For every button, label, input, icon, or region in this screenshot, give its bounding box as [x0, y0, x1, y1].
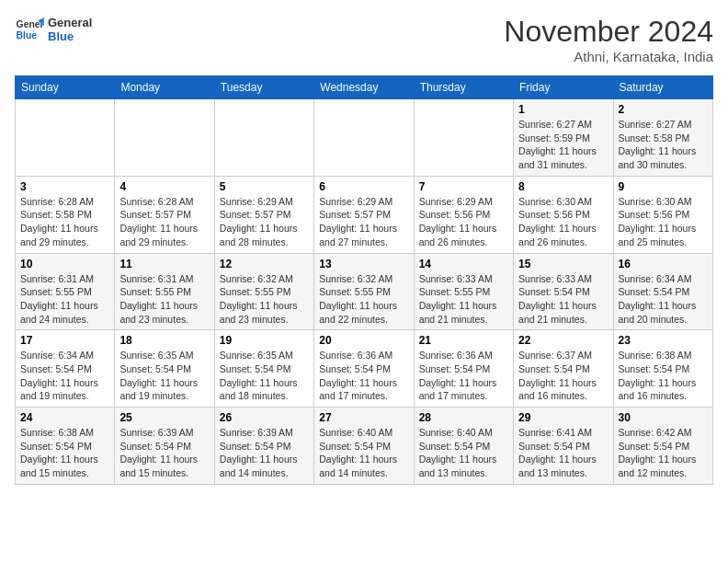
calendar-cell: 25Sunrise: 6:39 AMSunset: 5:54 PMDayligh…	[115, 408, 214, 485]
day-number: 13	[319, 258, 408, 270]
day-number: 30	[619, 411, 708, 424]
day-info: Sunrise: 6:38 AMSunset: 5:54 PMDaylight:…	[619, 349, 708, 403]
logo-line2: Blue	[48, 29, 92, 43]
calendar-cell: 21Sunrise: 6:36 AMSunset: 5:54 PMDayligh…	[414, 330, 513, 408]
day-number: 4	[119, 180, 209, 193]
day-info: Sunrise: 6:30 AMSunset: 5:56 PMDaylight:…	[518, 195, 608, 249]
calendar-cell: 3Sunrise: 6:28 AMSunset: 5:58 PMDaylight…	[16, 176, 115, 253]
logo-line1: General	[48, 16, 92, 29]
day-info: Sunrise: 6:42 AMSunset: 5:54 PMDaylight:…	[619, 426, 708, 480]
day-number: 25	[119, 411, 209, 424]
logo-icon: General Blue	[15, 15, 44, 44]
day-number: 28	[419, 411, 508, 424]
calendar-cell: 2Sunrise: 6:27 AMSunset: 5:58 PMDaylight…	[613, 99, 712, 177]
weekday-monday: Monday	[115, 76, 214, 99]
calendar-cell: 17Sunrise: 6:34 AMSunset: 5:54 PMDayligh…	[16, 330, 115, 408]
day-number: 16	[619, 258, 708, 270]
day-number: 29	[518, 411, 608, 424]
day-info: Sunrise: 6:27 AMSunset: 5:58 PMDaylight:…	[619, 118, 708, 172]
day-info: Sunrise: 6:38 AMSunset: 5:54 PMDaylight:…	[20, 426, 109, 480]
calendar-cell: 8Sunrise: 6:30 AMSunset: 5:56 PMDaylight…	[514, 176, 613, 253]
day-number: 23	[619, 334, 708, 347]
calendar-cell	[115, 99, 214, 177]
weekday-tuesday: Tuesday	[214, 76, 313, 99]
calendar-cell: 28Sunrise: 6:40 AMSunset: 5:54 PMDayligh…	[414, 408, 513, 485]
day-info: Sunrise: 6:30 AMSunset: 5:56 PMDaylight:…	[619, 195, 708, 249]
day-info: Sunrise: 6:39 AMSunset: 5:54 PMDaylight:…	[119, 426, 209, 480]
calendar-table: SundayMondayTuesdayWednesdayThursdayFrid…	[15, 75, 713, 485]
calendar-cell: 20Sunrise: 6:36 AMSunset: 5:54 PMDayligh…	[314, 330, 414, 408]
calendar-cell	[414, 99, 513, 177]
calendar-cell: 16Sunrise: 6:34 AMSunset: 5:54 PMDayligh…	[613, 253, 712, 330]
day-info: Sunrise: 6:31 AMSunset: 5:55 PMDaylight:…	[20, 272, 109, 327]
week-row-5: 24Sunrise: 6:38 AMSunset: 5:54 PMDayligh…	[16, 408, 713, 485]
day-info: Sunrise: 6:29 AMSunset: 5:57 PMDaylight:…	[319, 195, 408, 249]
day-info: Sunrise: 6:37 AMSunset: 5:54 PMDaylight:…	[518, 349, 608, 403]
weekday-header-row: SundayMondayTuesdayWednesdayThursdayFrid…	[16, 76, 713, 99]
day-info: Sunrise: 6:39 AMSunset: 5:54 PMDaylight:…	[220, 426, 309, 480]
day-number: 20	[319, 334, 408, 347]
day-number: 7	[419, 180, 508, 193]
day-number: 19	[220, 334, 309, 347]
calendar-cell	[314, 99, 414, 177]
day-info: Sunrise: 6:33 AMSunset: 5:55 PMDaylight:…	[419, 272, 508, 327]
calendar-cell: 26Sunrise: 6:39 AMSunset: 5:54 PMDayligh…	[214, 408, 313, 485]
day-info: Sunrise: 6:36 AMSunset: 5:54 PMDaylight:…	[319, 349, 408, 403]
day-number: 21	[419, 334, 508, 347]
calendar-cell: 30Sunrise: 6:42 AMSunset: 5:54 PMDayligh…	[613, 408, 712, 485]
day-info: Sunrise: 6:31 AMSunset: 5:55 PMDaylight:…	[119, 272, 209, 327]
week-row-4: 17Sunrise: 6:34 AMSunset: 5:54 PMDayligh…	[16, 330, 713, 408]
day-info: Sunrise: 6:29 AMSunset: 5:57 PMDaylight:…	[220, 195, 309, 249]
day-info: Sunrise: 6:35 AMSunset: 5:54 PMDaylight:…	[220, 349, 309, 403]
day-number: 2	[619, 103, 708, 116]
weekday-wednesday: Wednesday	[314, 76, 414, 99]
day-info: Sunrise: 6:28 AMSunset: 5:57 PMDaylight:…	[119, 195, 209, 249]
calendar-cell: 9Sunrise: 6:30 AMSunset: 5:56 PMDaylight…	[613, 176, 712, 253]
day-number: 18	[119, 334, 209, 347]
calendar-cell: 7Sunrise: 6:29 AMSunset: 5:56 PMDaylight…	[414, 176, 513, 253]
day-info: Sunrise: 6:32 AMSunset: 5:55 PMDaylight:…	[319, 272, 408, 327]
weekday-sunday: Sunday	[16, 76, 115, 99]
day-info: Sunrise: 6:29 AMSunset: 5:56 PMDaylight:…	[419, 195, 508, 249]
day-number: 14	[419, 258, 508, 270]
day-info: Sunrise: 6:34 AMSunset: 5:54 PMDaylight:…	[619, 272, 708, 327]
day-number: 5	[220, 180, 309, 193]
weekday-friday: Friday	[514, 76, 613, 99]
day-number: 3	[20, 180, 109, 193]
day-number: 1	[518, 103, 608, 116]
calendar-cell: 18Sunrise: 6:35 AMSunset: 5:54 PMDayligh…	[115, 330, 214, 408]
day-number: 26	[220, 411, 309, 424]
day-info: Sunrise: 6:28 AMSunset: 5:58 PMDaylight:…	[20, 195, 109, 249]
calendar-cell: 10Sunrise: 6:31 AMSunset: 5:55 PMDayligh…	[16, 253, 115, 330]
day-number: 15	[518, 258, 608, 270]
week-row-2: 3Sunrise: 6:28 AMSunset: 5:58 PMDaylight…	[16, 176, 713, 253]
day-number: 27	[319, 411, 408, 424]
calendar-cell: 29Sunrise: 6:41 AMSunset: 5:54 PMDayligh…	[514, 408, 613, 485]
calendar-cell: 22Sunrise: 6:37 AMSunset: 5:54 PMDayligh…	[514, 330, 613, 408]
location-subtitle: Athni, Karnataka, India	[504, 49, 713, 64]
calendar-cell: 19Sunrise: 6:35 AMSunset: 5:54 PMDayligh…	[214, 330, 313, 408]
day-number: 10	[20, 258, 109, 270]
weekday-thursday: Thursday	[414, 76, 513, 99]
calendar-cell: 6Sunrise: 6:29 AMSunset: 5:57 PMDaylight…	[314, 176, 414, 253]
day-info: Sunrise: 6:35 AMSunset: 5:54 PMDaylight:…	[119, 349, 209, 403]
day-number: 9	[619, 180, 708, 193]
calendar-cell: 11Sunrise: 6:31 AMSunset: 5:55 PMDayligh…	[115, 253, 214, 330]
weekday-saturday: Saturday	[613, 76, 712, 99]
calendar-cell	[214, 99, 313, 177]
calendar-cell: 23Sunrise: 6:38 AMSunset: 5:54 PMDayligh…	[613, 330, 712, 408]
day-number: 17	[20, 334, 109, 347]
calendar-cell: 14Sunrise: 6:33 AMSunset: 5:55 PMDayligh…	[414, 253, 513, 330]
day-info: Sunrise: 6:27 AMSunset: 5:59 PMDaylight:…	[518, 118, 608, 172]
calendar-cell: 5Sunrise: 6:29 AMSunset: 5:57 PMDaylight…	[214, 176, 313, 253]
day-info: Sunrise: 6:40 AMSunset: 5:54 PMDaylight:…	[419, 426, 508, 480]
month-title: November 2024	[504, 15, 713, 49]
calendar-cell: 13Sunrise: 6:32 AMSunset: 5:55 PMDayligh…	[314, 253, 414, 330]
day-number: 12	[220, 258, 309, 270]
calendar-cell: 15Sunrise: 6:33 AMSunset: 5:54 PMDayligh…	[514, 253, 613, 330]
calendar-cell: 1Sunrise: 6:27 AMSunset: 5:59 PMDaylight…	[514, 99, 613, 177]
day-number: 8	[518, 180, 608, 193]
day-info: Sunrise: 6:41 AMSunset: 5:54 PMDaylight:…	[518, 426, 608, 480]
week-row-3: 10Sunrise: 6:31 AMSunset: 5:55 PMDayligh…	[16, 253, 713, 330]
week-row-1: 1Sunrise: 6:27 AMSunset: 5:59 PMDaylight…	[16, 99, 713, 177]
